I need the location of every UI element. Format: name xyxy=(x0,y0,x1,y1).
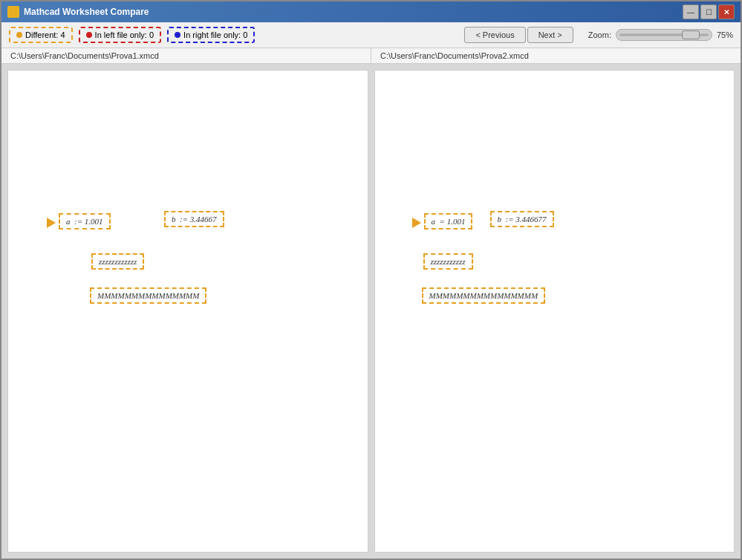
right-arrow-marker xyxy=(412,218,421,228)
minimize-button[interactable]: — xyxy=(683,4,699,19)
different-label: Different: 4 xyxy=(25,30,65,39)
right-cell-z: zzzzzzzzzzz xyxy=(423,253,473,270)
zoom-slider[interactable] xyxy=(616,29,712,41)
zoom-percent: 75% xyxy=(717,30,733,39)
left-cell-a: a := 1.001 xyxy=(59,213,111,229)
left-cell-m: MMMMMMMMMMMMMMM xyxy=(90,287,206,304)
toolbar: Different: 4 In left file only: 0 In rig… xyxy=(1,22,741,48)
zoom-area: Zoom: 75% xyxy=(588,29,733,41)
legend-left-only: In left file only: 0 xyxy=(79,27,162,43)
right-only-label: In right file only: 0 xyxy=(183,30,247,39)
right-worksheet-panel: a = 1.001 b := 3.446677 zzzzzzzzzzz MMMM… xyxy=(374,70,735,553)
zoom-label: Zoom: xyxy=(588,30,611,39)
file-paths: C:\Users\Franc\Documents\Prova1.xmcd C:\… xyxy=(1,48,741,64)
left-cell-z: zzzzzzzzzzzz xyxy=(91,253,144,270)
right-file-path: C:\Users\Franc\Documents\Prova2.xmcd xyxy=(371,48,741,63)
left-file-path: C:\Users\Franc\Documents\Prova1.xmcd xyxy=(1,48,371,63)
content-area: a := 1.001 b := 3.44667 zzzzzzzzzzzz MMM… xyxy=(1,64,741,559)
next-button[interactable]: Next > xyxy=(527,27,573,43)
left-cell-b: b := 3.44667 xyxy=(164,211,224,227)
right-only-dot xyxy=(175,32,180,38)
right-cell-m: MMMMMMMMMMMMMMMM xyxy=(422,287,546,304)
right-cell-b: b := 3.446677 xyxy=(490,211,554,227)
right-cell-a: a = 1.001 xyxy=(424,213,473,229)
left-worksheet-panel: a := 1.001 b := 3.44667 zzzzzzzzzzzz MMM… xyxy=(7,70,368,553)
zoom-thumb xyxy=(682,30,700,39)
legend-different: Different: 4 xyxy=(9,27,73,43)
legend-area: Different: 4 In left file only: 0 In rig… xyxy=(9,27,255,43)
maximize-button[interactable]: ☐ xyxy=(700,4,717,19)
app-icon xyxy=(7,6,19,18)
close-button[interactable]: ✕ xyxy=(718,4,735,19)
left-only-dot xyxy=(86,32,92,38)
legend-right-only: In right file only: 0 xyxy=(167,27,255,43)
title-buttons: — ☐ ✕ xyxy=(683,4,735,19)
title-bar: Mathcad Worksheet Compare — ☐ ✕ xyxy=(1,1,741,22)
previous-button[interactable]: < Previous xyxy=(464,27,525,43)
nav-buttons: < Previous Next > xyxy=(464,27,573,43)
main-window: Mathcad Worksheet Compare — ☐ ✕ Differen… xyxy=(0,0,742,560)
different-dot xyxy=(16,32,22,38)
left-only-label: In left file only: 0 xyxy=(95,30,154,39)
window-title: Mathcad Worksheet Compare xyxy=(24,7,683,17)
left-arrow-marker xyxy=(47,218,56,228)
